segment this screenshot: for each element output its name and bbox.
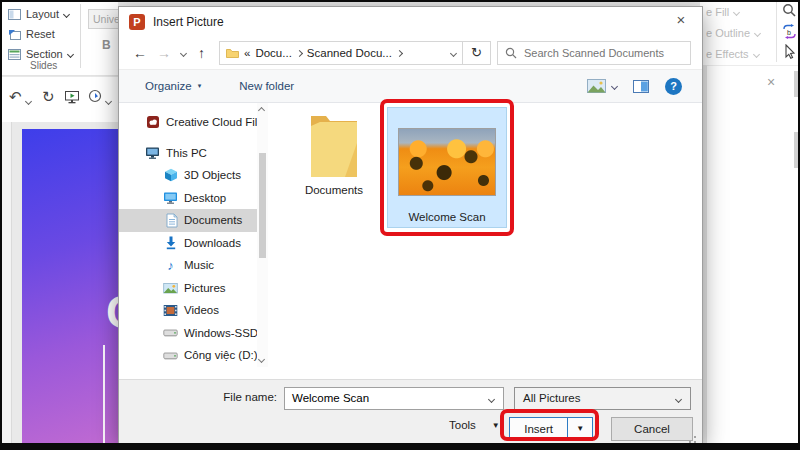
ppt-ribbon-slides-group: Layout Reset Section Slides Unive B xyxy=(0,0,118,76)
command-bar: Organize▾ New folder ? xyxy=(119,69,702,103)
breadcrumb-item-documents[interactable]: Docu... xyxy=(255,47,291,59)
find-icon[interactable] xyxy=(782,3,797,20)
sidebar-item-label: Downloads xyxy=(184,237,241,249)
insert-dropdown-arrow[interactable]: ▼ xyxy=(567,418,592,440)
chevron-down-icon[interactable] xyxy=(675,396,682,403)
sidebar-item-label: This PC xyxy=(166,147,207,159)
sidebar-item-documents[interactable]: Documents xyxy=(119,209,257,232)
resize-grip[interactable] xyxy=(694,436,696,438)
insert-button[interactable]: Insert ▼ xyxy=(509,417,593,441)
monitor-icon xyxy=(163,190,178,205)
film-icon xyxy=(163,303,178,318)
search-box[interactable] xyxy=(497,41,691,65)
insert-button-label[interactable]: Insert xyxy=(510,418,567,440)
chevron-down-icon xyxy=(754,29,761,36)
tools-button[interactable]: Tools ▼ xyxy=(449,419,500,431)
undo-chevron-icon[interactable] xyxy=(26,91,31,111)
forward-button: → xyxy=(157,45,171,61)
ppt-font-name-box[interactable]: Unive xyxy=(88,9,122,29)
drive-icon xyxy=(163,325,178,340)
qat-chevron-icon[interactable] xyxy=(106,91,111,111)
file-item-label: Documents xyxy=(299,184,369,196)
dialog-close-button[interactable]: × xyxy=(660,7,702,35)
shape-outline-label: e Outline xyxy=(706,27,750,39)
chevron-right-icon[interactable] xyxy=(396,49,403,56)
dialog-titlebar[interactable]: P Insert Picture × xyxy=(119,7,702,37)
back-button[interactable]: ← xyxy=(133,45,147,61)
ribbon-group-divider xyxy=(80,4,81,68)
recent-locations-chevron-icon[interactable] xyxy=(181,45,186,61)
sidebar-item-label: Documents xyxy=(184,214,242,226)
file-type-combobox[interactable]: All Pictures xyxy=(514,387,691,410)
scroll-down-icon[interactable] xyxy=(258,356,265,363)
breadcrumb-item-scanned-documents[interactable]: Scanned Docu... xyxy=(307,47,392,59)
sidebar-scrollbar[interactable] xyxy=(257,103,268,367)
ppt-layout-button[interactable]: Layout xyxy=(8,8,69,20)
sidebar-item-downloads[interactable]: Downloads xyxy=(119,232,257,255)
chevron-down-icon: ▾ xyxy=(198,82,202,90)
ppt-reset-button[interactable]: Reset xyxy=(8,28,55,40)
sidebar-item-desktop[interactable]: Desktop xyxy=(119,187,257,210)
powerpoint-icon: P xyxy=(129,14,145,30)
breadcrumb-overflow[interactable]: « xyxy=(244,47,250,59)
preview-pane-button[interactable] xyxy=(633,80,649,93)
slideshow-icon[interactable] xyxy=(64,89,80,109)
thumbnail-view-icon xyxy=(587,79,606,93)
replace-icon[interactable]: b xyxy=(782,24,797,41)
tools-label: Tools xyxy=(449,419,476,431)
help-button[interactable]: ? xyxy=(665,78,682,95)
pane-close-icon[interactable]: × xyxy=(767,74,775,90)
chevron-down-icon xyxy=(63,10,70,17)
sidebar-item-creative-cloud[interactable]: Creative Cloud Fil xyxy=(119,111,257,134)
breadcrumb[interactable]: « Docu... Scanned Docu... xyxy=(219,41,463,65)
sidebar-item-this-pc[interactable]: This PC xyxy=(119,142,257,165)
creative-cloud-icon xyxy=(145,115,160,130)
touch-mode-icon[interactable] xyxy=(88,89,103,109)
refresh-button[interactable]: ↻ xyxy=(463,41,491,65)
sidebar-item-3d-objects[interactable]: 3D Objects xyxy=(119,164,257,187)
folder-icon xyxy=(226,48,239,59)
svg-text:b: b xyxy=(787,29,791,36)
chevron-down-icon[interactable] xyxy=(488,396,495,403)
picture-icon xyxy=(163,280,178,295)
chevron-right-icon[interactable] xyxy=(296,49,303,56)
up-button[interactable]: ↑ xyxy=(198,45,205,61)
reset-icon xyxy=(8,29,21,40)
file-item-documents-folder[interactable]: Documents xyxy=(299,109,369,196)
sidebar-item-windows-ssd[interactable]: Windows-SSD (C xyxy=(119,322,257,345)
sidebar-item-videos[interactable]: Videos xyxy=(119,299,257,322)
scrollbar-thumb[interactable] xyxy=(259,153,266,258)
redo-icon[interactable]: ↻ xyxy=(42,87,55,107)
ppt-section-label: Section xyxy=(26,48,63,60)
address-bar: ← → ↑ « Docu... Scanned Docu... ↻ xyxy=(119,38,702,68)
sidebar-item-pictures[interactable]: Pictures xyxy=(119,277,257,300)
file-name-combobox[interactable]: Welcome Scan xyxy=(284,387,504,410)
file-name-value: Welcome Scan xyxy=(292,392,369,404)
music-note-icon: ♪ xyxy=(163,258,178,273)
ppt-section-button[interactable]: Section xyxy=(8,48,73,60)
ppt-bold-button[interactable]: B xyxy=(102,38,111,52)
address-dropdown-chevron-icon[interactable] xyxy=(450,49,457,56)
sidebar-item-label: Windows-SSD (C xyxy=(184,327,257,339)
undo-icon[interactable]: ↶ xyxy=(9,87,22,107)
select-icon[interactable] xyxy=(782,44,797,62)
sidebar-item-label: Công việc (D:) xyxy=(184,349,257,361)
search-input[interactable] xyxy=(524,47,674,59)
download-arrow-icon xyxy=(163,235,178,250)
chevron-down-icon xyxy=(753,50,760,57)
ppt-slides-group-label: Slides xyxy=(30,60,57,71)
new-folder-button[interactable]: New folder xyxy=(239,80,294,92)
organize-button[interactable]: Organize▾ xyxy=(145,80,201,92)
dialog-title: Insert Picture xyxy=(153,15,224,29)
computer-icon xyxy=(145,145,160,160)
sidebar-item-cong-viec-d[interactable]: Công việc (D:) xyxy=(119,344,257,367)
file-item-welcome-scan[interactable]: Welcome Scan xyxy=(387,107,507,228)
sidebar-item-music[interactable]: ♪ Music xyxy=(119,254,257,277)
preview-pane-icon xyxy=(633,80,649,93)
change-view-button[interactable] xyxy=(587,79,617,93)
chevron-down-icon: ▼ xyxy=(492,421,500,430)
cancel-button[interactable]: Cancel xyxy=(611,417,693,441)
ppt-ribbon-drawing-group: e Fill e Outline e Effects b xyxy=(700,0,800,65)
ppt-thumbnail-panel-edge xyxy=(2,122,12,443)
scroll-up-icon[interactable] xyxy=(258,107,265,114)
